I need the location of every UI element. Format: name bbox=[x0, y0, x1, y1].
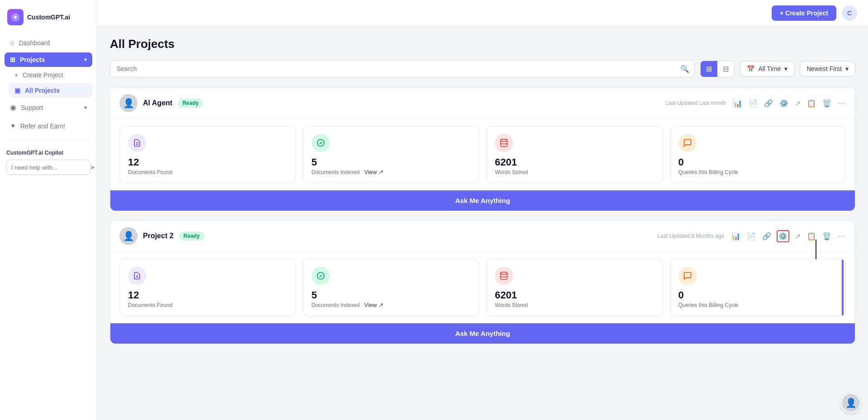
settings-icon-2[interactable]: ⚙️ bbox=[777, 230, 789, 242]
projects-label: Projects bbox=[20, 56, 45, 63]
stat-number: 5 bbox=[312, 156, 471, 168]
stat-card-words-stored: 6201 Words Stored bbox=[486, 126, 663, 183]
bottom-user-avatar[interactable]: 👤 bbox=[841, 393, 861, 413]
sidebar-item-create-project[interactable]: + Create Project bbox=[9, 68, 92, 82]
sidebar-item-projects[interactable]: ⊞ Projects ▾ bbox=[5, 52, 92, 67]
status-badge-2: Ready bbox=[179, 231, 204, 241]
sidebar-logo: CustomGPT.ai bbox=[0, 0, 97, 34]
stat-card-queries: 0 Queries this Billing Cycle bbox=[670, 126, 846, 183]
svg-point-2 bbox=[501, 272, 508, 274]
stat-number: 0 bbox=[678, 289, 838, 301]
stat-number: 0 bbox=[678, 156, 838, 168]
more-icon-2[interactable]: ⋯ bbox=[837, 231, 846, 241]
view-link-2[interactable]: View ↗ bbox=[364, 302, 384, 308]
send-icon[interactable]: ➤ bbox=[90, 164, 95, 171]
link-icon-2[interactable]: 🔗 bbox=[761, 231, 772, 241]
ask-me-anything-button[interactable]: Ask Me Anything bbox=[110, 190, 855, 211]
stat-card-words-stored-2: 6201 Words Stored bbox=[486, 259, 663, 316]
analytics-icon-2[interactable]: 📊 bbox=[730, 231, 741, 241]
project-header-2: 👤 Project 2 Ready Last Updated 8 Months … bbox=[110, 221, 855, 252]
stat-number: 12 bbox=[128, 289, 287, 301]
top-bar: + Create Project C bbox=[97, 0, 868, 26]
ask-me-anything-button-2[interactable]: Ask Me Anything bbox=[110, 323, 855, 344]
stat-label: Documents Indexed bbox=[312, 169, 360, 175]
grid-view-button[interactable]: ⊟ bbox=[717, 61, 734, 77]
project-header: 👤 AI Agent Ready Last Updated Last month… bbox=[110, 88, 855, 119]
stat-label: Words Stored bbox=[495, 302, 654, 308]
more-icon[interactable]: ⋯ bbox=[837, 98, 846, 109]
stat-label: Queries this Billing Cycle bbox=[678, 169, 838, 175]
chevron-down-icon: ▾ bbox=[784, 65, 787, 72]
sidebar-item-support[interactable]: ◉ Support ▾ bbox=[5, 99, 92, 116]
logo-text: CustomGPT.ai bbox=[27, 14, 70, 21]
chat-icon-2 bbox=[678, 267, 697, 285]
scroll-indicator bbox=[842, 260, 844, 316]
delete-icon-2[interactable]: 🗑️ bbox=[821, 231, 832, 241]
stat-card-documents-indexed-2: 5 Documents Indexed View ↗ bbox=[303, 259, 479, 316]
list-view-button[interactable]: ⊞ bbox=[701, 61, 717, 77]
last-updated: Last Updated Last month bbox=[665, 100, 726, 106]
analytics-icon[interactable]: 📊 bbox=[732, 98, 743, 109]
search-icon: 🔍 bbox=[680, 65, 689, 73]
copilot-title: CustomGPT.ai Copilot bbox=[6, 150, 90, 156]
database-icon-2 bbox=[495, 267, 513, 285]
sort-filter-dropdown[interactable]: Newest First ▾ bbox=[800, 61, 855, 76]
sub-nav: + Create Project ▣ All Projects bbox=[5, 68, 92, 98]
sidebar-item-dashboard[interactable]: ○ Dashboard bbox=[5, 34, 92, 52]
stat-card-documents-found-2: 12 Documents Found bbox=[119, 259, 296, 316]
project-name: AI Agent bbox=[143, 99, 172, 107]
project-avatar: 👤 bbox=[119, 94, 138, 112]
view-toggle: ⊞ ⊟ bbox=[700, 61, 735, 77]
user-avatar[interactable]: C bbox=[842, 5, 857, 21]
sidebar-item-all-projects[interactable]: ▣ All Projects bbox=[9, 83, 92, 98]
content-area: All Projects 🔍 ⊞ ⊟ 📅 All Time ▾ Newest F… bbox=[97, 26, 868, 420]
document-search-icon bbox=[128, 134, 146, 152]
document-search-icon-2 bbox=[128, 267, 146, 285]
copy-icon-2[interactable]: 📋 bbox=[806, 231, 817, 241]
stat-label: Documents Indexed bbox=[312, 302, 360, 308]
chevron-down-icon: ▾ bbox=[845, 65, 849, 72]
stat-label: Words Stored bbox=[495, 169, 654, 175]
search-input[interactable] bbox=[110, 60, 695, 77]
support-icon: ◉ bbox=[10, 103, 16, 112]
calendar-icon: 📅 bbox=[747, 65, 754, 72]
document-check-icon bbox=[312, 134, 330, 152]
database-icon bbox=[495, 134, 513, 152]
project-card-2: 👤 Project 2 Ready Last Updated 8 Months … bbox=[110, 220, 855, 344]
link-icon[interactable]: 🔗 bbox=[763, 98, 774, 109]
stat-label: Documents Found bbox=[128, 302, 287, 308]
create-project-button[interactable]: + Create Project bbox=[772, 5, 836, 21]
stats-grid: 12 Documents Found 5 Documents Indexed V… bbox=[110, 119, 855, 190]
projects-icon: ⊞ bbox=[10, 56, 15, 63]
sidebar: CustomGPT.ai ○ Dashboard ⊞ Projects ▾ + … bbox=[0, 0, 97, 420]
logo-icon bbox=[7, 9, 24, 25]
time-filter-dropdown[interactable]: 📅 All Time ▾ bbox=[740, 61, 794, 76]
document-check-icon-2 bbox=[312, 267, 330, 285]
stat-number: 12 bbox=[128, 156, 287, 168]
page-title: All Projects bbox=[110, 37, 855, 51]
settings-icon[interactable]: ⚙️ bbox=[778, 98, 789, 109]
search-wrap: 🔍 bbox=[110, 60, 695, 77]
copy-icon[interactable]: 📋 bbox=[806, 98, 817, 109]
dashboard-icon: ○ bbox=[10, 39, 14, 47]
document-icon-2[interactable]: 📄 bbox=[746, 231, 757, 241]
stat-card-documents-found: 12 Documents Found bbox=[119, 126, 296, 183]
stat-label: Queries this Billing Cycle bbox=[678, 302, 838, 308]
copilot-input[interactable] bbox=[11, 164, 87, 171]
filter-row: 🔍 ⊞ ⊟ 📅 All Time ▾ Newest First ▾ bbox=[110, 60, 855, 77]
project-name-2: Project 2 bbox=[143, 232, 174, 240]
copilot-input-wrap: ➤ bbox=[6, 160, 90, 175]
stat-card-queries-2: 0 Queries this Billing Cycle bbox=[670, 259, 846, 316]
sidebar-item-refer[interactable]: ✦ Refer and Earn! bbox=[5, 117, 92, 135]
delete-icon[interactable]: 🗑️ bbox=[821, 98, 832, 109]
stats-grid-2: 12 Documents Found 5 Documents Indexed V… bbox=[110, 252, 855, 323]
last-updated-2: Last Updated 8 Months ago bbox=[658, 233, 724, 239]
view-link[interactable]: View ↗ bbox=[364, 169, 384, 175]
chevron-down-icon: ▾ bbox=[84, 104, 87, 111]
dashboard-label: Dashboard bbox=[19, 39, 50, 47]
share-icon[interactable]: ↗ bbox=[794, 98, 802, 109]
share-icon-2[interactable]: ↗ bbox=[794, 231, 802, 241]
project-card: 👤 AI Agent Ready Last Updated Last month… bbox=[110, 87, 855, 211]
document-icon[interactable]: 📄 bbox=[748, 98, 759, 109]
chat-icon bbox=[678, 134, 697, 152]
